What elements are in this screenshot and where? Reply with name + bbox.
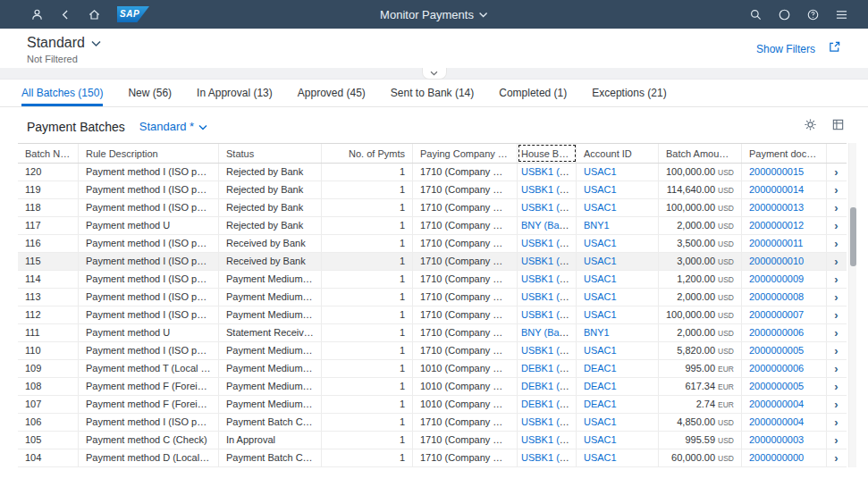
payment-doc-link[interactable]: 2000000010 [749, 256, 804, 266]
payment-doc-link[interactable]: 2000000004 [749, 399, 804, 409]
payment-doc-link[interactable]: 2000000012 [749, 220, 804, 231]
table-variant-selector[interactable]: Standard * [139, 120, 207, 133]
column-header-rule[interactable]: Rule Description [79, 144, 219, 163]
row-navigation-icon[interactable]: › [834, 398, 838, 411]
row-navigation-icon[interactable]: › [834, 326, 838, 340]
payment-doc-link[interactable]: 2000000008 [749, 291, 804, 302]
table-row[interactable]: 114 Payment method I (ISO pain.001) Paym… [18, 271, 847, 289]
house-bank-link[interactable]: USBK1 (Ba... [521, 309, 577, 320]
menu-icon[interactable] [835, 9, 848, 21]
settings-gear-icon[interactable] [804, 118, 817, 135]
account-id-link[interactable]: DEAC1 [584, 381, 617, 391]
house-bank-link[interactable]: USBK1 (Ba... [521, 184, 577, 195]
vertical-scrollbar[interactable] [848, 143, 856, 467]
account-id-link[interactable]: USAC1 [584, 202, 617, 213]
house-bank-link[interactable]: USBK1 (Ba... [521, 345, 577, 356]
table-row[interactable]: 104 Payment method D (Local Transfer 2) … [18, 449, 847, 467]
row-navigation-icon[interactable]: › [834, 416, 838, 429]
row-navigation-icon[interactable]: › [834, 433, 838, 447]
account-id-link[interactable]: USAC1 [584, 416, 617, 427]
house-bank-link[interactable]: USBK1 (Ba... [521, 273, 577, 284]
app-title-menu[interactable]: Monitor Payments [380, 8, 488, 21]
account-id-link[interactable]: BNY1 [584, 327, 610, 338]
account-id-link[interactable]: USAC1 [584, 256, 617, 266]
payment-doc-link[interactable]: 2000000013 [749, 202, 804, 213]
account-id-link[interactable]: DEAC1 [584, 399, 617, 409]
column-header-house-bank[interactable]: House Bank [518, 144, 577, 163]
payment-doc-link[interactable]: 2000000005 [749, 381, 804, 391]
payment-doc-link[interactable]: 2000000005 [749, 345, 804, 356]
payment-doc-link[interactable]: 2000000006 [749, 363, 804, 374]
row-navigation-icon[interactable]: › [834, 273, 838, 286]
row-navigation-icon[interactable]: › [834, 183, 838, 197]
row-navigation-icon[interactable]: › [834, 237, 838, 250]
house-bank-link[interactable]: USBK1 (Ba... [521, 452, 577, 463]
show-filters-link[interactable]: Show Filters [756, 43, 815, 55]
house-bank-link[interactable]: USBK1 (Ba... [521, 202, 577, 213]
help-icon[interactable] [806, 8, 820, 21]
table-row[interactable]: 109 Payment method T (Local Transfer 1) … [18, 360, 847, 378]
house-bank-link[interactable]: DEBK1 (Co... [521, 399, 577, 409]
column-header-status[interactable]: Status [219, 144, 322, 163]
table-row[interactable]: 107 Payment method F (Foreign Transfer..… [18, 396, 847, 414]
row-navigation-icon[interactable]: › [834, 290, 838, 304]
account-id-link[interactable]: DEAC1 [584, 363, 617, 374]
house-bank-link[interactable]: DEBK1 (Co... [521, 381, 577, 391]
tab-all-batches[interactable]: All Batches (150) [21, 80, 103, 106]
table-row[interactable]: 115 Payment method I (ISO pain.001) Rece… [18, 253, 847, 271]
table-row[interactable]: 120 Payment method I (ISO pain.001) Reje… [18, 164, 847, 181]
column-header-company-code[interactable]: Paying Company Code [413, 144, 518, 163]
table-row[interactable]: 112 Payment method I (ISO pain.001) Paym… [18, 306, 847, 324]
row-navigation-icon[interactable]: › [834, 362, 838, 375]
house-bank-link[interactable]: USBK1 (Ba... [521, 416, 577, 427]
column-header-payment-doc[interactable]: Payment doc.no. [742, 144, 827, 163]
page-variant-selector[interactable]: Standard [27, 35, 101, 51]
table-row[interactable]: 106 Payment method I (ISO pain.001) Paym… [18, 414, 847, 432]
house-bank-link[interactable]: USBK1 (Ba... [521, 291, 577, 302]
row-navigation-icon[interactable]: › [834, 308, 838, 322]
table-row[interactable]: 105 Payment method C (Check) In Approval… [18, 432, 847, 449]
account-id-link[interactable]: USAC1 [584, 291, 617, 302]
payment-doc-link[interactable]: 2000000011 [749, 238, 803, 248]
tab-in-approval[interactable]: In Approval (13) [197, 80, 273, 106]
account-id-link[interactable]: BNY1 [584, 220, 610, 231]
row-navigation-icon[interactable]: › [834, 165, 838, 179]
column-header-batch-amount[interactable]: Batch Amount in BC [659, 144, 742, 163]
account-id-link[interactable]: USAC1 [584, 452, 617, 463]
house-bank-link[interactable]: USBK1 (Ba... [521, 166, 577, 177]
house-bank-link[interactable]: BNY (Bank ... [521, 327, 577, 338]
back-icon[interactable] [60, 9, 72, 21]
tab-exceptions[interactable]: Exceptions (21) [592, 80, 666, 106]
scrollbar-thumb[interactable] [850, 207, 856, 266]
house-bank-link[interactable]: USBK1 (Ba... [521, 434, 577, 445]
assistant-icon[interactable] [778, 8, 791, 21]
payment-doc-link[interactable]: 2000000000 [749, 452, 804, 463]
row-navigation-icon[interactable]: › [834, 201, 838, 214]
home-icon[interactable] [88, 8, 101, 21]
row-navigation-icon[interactable]: › [834, 451, 838, 465]
account-id-link[interactable]: USAC1 [584, 166, 617, 177]
house-bank-link[interactable]: DEBK1 (Co... [521, 363, 577, 374]
row-navigation-icon[interactable]: › [834, 219, 838, 232]
tab-completed[interactable]: Completed (1) [499, 80, 567, 106]
table-row[interactable]: 113 Payment method I (ISO pain.001) Paym… [18, 289, 847, 306]
row-navigation-icon[interactable]: › [834, 344, 838, 357]
table-row[interactable]: 116 Payment method I (ISO pain.001) Rece… [18, 235, 847, 253]
account-id-link[interactable]: USAC1 [584, 434, 617, 445]
table-row[interactable]: 117 Payment method U Rejected by Bank 1 … [18, 217, 847, 235]
payment-doc-link[interactable]: 2000000007 [749, 309, 804, 320]
account-id-link[interactable]: USAC1 [584, 238, 617, 248]
share-icon[interactable] [828, 40, 841, 57]
column-header-account-id[interactable]: Account ID [577, 144, 659, 163]
house-bank-link[interactable]: BNY (Bank ... [521, 220, 577, 231]
payment-doc-link[interactable]: 2000000004 [749, 416, 804, 427]
table-row[interactable]: 119 Payment method I (ISO pain.001) Reje… [18, 181, 847, 199]
payment-doc-link[interactable]: 2000000014 [749, 184, 804, 195]
account-id-link[interactable]: USAC1 [584, 273, 617, 284]
export-icon[interactable] [831, 118, 845, 135]
sap-logo[interactable]: SAP [117, 6, 149, 22]
payment-doc-link[interactable]: 2000000015 [749, 166, 804, 177]
account-id-link[interactable]: USAC1 [584, 184, 617, 195]
account-id-link[interactable]: USAC1 [584, 309, 617, 320]
table-row[interactable]: 108 Payment method F (Foreign Transfer..… [18, 378, 847, 396]
